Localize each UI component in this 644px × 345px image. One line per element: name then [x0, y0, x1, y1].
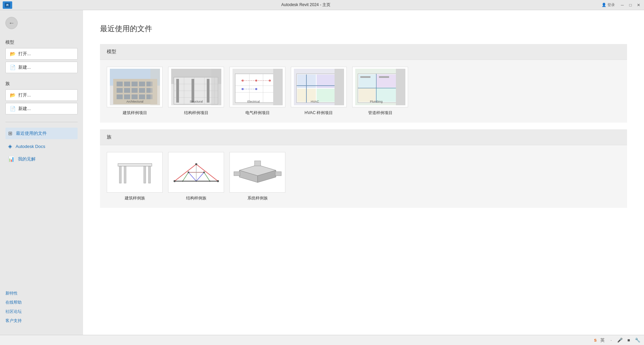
svg-rect-78 — [144, 166, 146, 183]
svg-point-91 — [195, 163, 197, 165]
svg-point-94 — [182, 180, 183, 182]
card-sys-family[interactable]: 系统样例族 — [229, 152, 285, 201]
elec-thumbnail-svg: Electrical — [233, 69, 283, 105]
svg-text:Structural: Structural — [189, 100, 203, 103]
support-link[interactable]: 客户支持 — [5, 317, 78, 325]
sidebar-item-recent[interactable]: ⊞ 最近使用的文件 — [5, 128, 78, 139]
svg-rect-103 — [255, 161, 261, 166]
app-logo: R — [3, 1, 12, 9]
sidebar-footer: 新特性 在线帮助 社区论坛 客户支持 — [5, 289, 78, 328]
svg-rect-71 — [396, 69, 405, 105]
taskbar-icon-4[interactable]: ■ — [626, 337, 632, 343]
family-section-label: 族 — [5, 81, 78, 87]
card-thumb-plumbing: Plumbing — [352, 67, 408, 107]
card-arch-family[interactable]: 建筑样例族 — [107, 152, 163, 201]
svg-rect-76 — [148, 166, 150, 183]
new-features-link[interactable]: 新特性 — [5, 289, 78, 297]
recent-label: 最近使用的文件 — [16, 130, 47, 136]
card-thumb-hvac: HVAC — [291, 67, 347, 107]
svg-rect-6 — [139, 82, 145, 86]
card-architectural[interactable]: Architectural 建筑样例项目 — [107, 67, 163, 116]
svg-rect-9 — [124, 88, 130, 93]
taskbar-icon-1[interactable]: 英 — [599, 337, 605, 343]
new-family-button[interactable]: 📄 新建... — [5, 103, 78, 114]
sidebar-divider — [5, 122, 78, 122]
card-label-hvac: HVAC 样例项目 — [305, 110, 333, 116]
svg-text:Electrical: Electrical — [247, 100, 260, 103]
open-model-button[interactable]: 📂 打开... — [5, 48, 78, 60]
back-icon: ← — [8, 20, 15, 27]
close-button[interactable]: ✕ — [636, 2, 641, 8]
minimize-button[interactable]: ─ — [620, 2, 625, 8]
new-model-button[interactable]: 📄 新建... — [5, 62, 78, 73]
titlebar: R Autodesk Revit 2024 - 主页 👤 登录 ─ □ ✕ — [0, 0, 644, 10]
svg-rect-101 — [234, 172, 240, 176]
svg-point-89 — [174, 180, 176, 182]
open-family-icon: 📂 — [10, 92, 16, 98]
struct-thumbnail-svg: Structural — [171, 69, 221, 105]
insights-label: 我的见解 — [18, 156, 36, 162]
hvac-thumbnail-svg: HVAC — [294, 69, 344, 105]
card-thumb-struct-family — [168, 152, 224, 193]
card-thumb-electrical: Electrical — [229, 67, 285, 107]
online-help-link[interactable]: 在线帮助 — [5, 299, 78, 306]
sidebar-item-docs[interactable]: ◈ Autodesk Docs — [5, 141, 78, 152]
card-label-architectural: 建筑样例项目 — [123, 110, 147, 116]
main-layout: ← 模型 📂 打开... 📄 新建... 族 📂 打开... 📄 新建... ⊞… — [0, 10, 644, 335]
back-button[interactable]: ← — [5, 17, 18, 29]
taskbar-icon-5[interactable]: 🔧 — [635, 337, 641, 343]
svg-rect-49 — [273, 69, 283, 105]
svg-rect-75 — [119, 166, 121, 183]
table-thumbnail-svg — [110, 154, 160, 191]
svg-point-93 — [203, 172, 205, 173]
svg-rect-5 — [132, 82, 138, 86]
new-family-icon: 📄 — [10, 106, 16, 111]
open-family-label: 打开... — [18, 92, 31, 98]
new-family-label: 新建... — [18, 106, 31, 112]
card-structural[interactable]: Structural 结构样例项目 — [168, 67, 224, 116]
community-link[interactable]: 社区论坛 — [5, 308, 78, 316]
truss-thumbnail-svg — [171, 154, 221, 191]
svg-rect-32 — [192, 79, 194, 103]
svg-rect-70 — [379, 76, 389, 78]
card-plumbing[interactable]: Plumbing 管道样例项目 — [352, 67, 408, 116]
taskbar-icon-2[interactable]: · — [608, 337, 614, 343]
taskbar-icon-3[interactable]: 🎤 — [617, 337, 623, 343]
plumb-thumbnail-svg: Plumbing — [355, 69, 405, 105]
open-model-icon: 📂 — [10, 51, 16, 57]
user-login[interactable]: 👤 登录 — [600, 2, 617, 8]
svg-rect-4 — [124, 82, 130, 86]
card-struct-family[interactable]: 结构样例族 — [168, 152, 224, 201]
content-area: 最近使用的文件 模型 — [83, 10, 644, 335]
svg-rect-69 — [360, 76, 370, 78]
card-label-struct-family: 结构样例族 — [186, 195, 206, 201]
titlebar-left: R — [3, 1, 12, 9]
svg-rect-8 — [117, 88, 123, 93]
card-thumb-arch-family — [107, 152, 163, 193]
svg-rect-3 — [117, 82, 123, 86]
sidebar: ← 模型 📂 打开... 📄 新建... 族 📂 打开... 📄 新建... ⊞… — [0, 10, 83, 335]
sidebar-item-insights[interactable]: 📊 我的见解 — [5, 153, 78, 165]
svg-rect-56 — [317, 89, 335, 102]
taskbar-lang[interactable]: S — [594, 338, 597, 342]
card-label-sys-family: 系统样例族 — [247, 195, 268, 201]
svg-rect-14 — [124, 94, 130, 99]
svg-rect-31 — [176, 79, 179, 103]
new-model-icon: 📄 — [10, 65, 16, 70]
insights-icon: 📊 — [8, 156, 15, 162]
open-family-button[interactable]: 📂 打开... — [5, 89, 78, 101]
svg-rect-10 — [132, 88, 138, 93]
duct-thumbnail-svg — [233, 154, 283, 191]
svg-point-95 — [196, 180, 197, 182]
card-hvac[interactable]: HVAC HVAC 样例项目 — [291, 67, 347, 116]
card-thumb-sys-family — [229, 152, 285, 193]
model-section-header: 模型 — [100, 44, 627, 60]
family-section-header: 族 — [100, 129, 627, 145]
card-thumb-structural: Structural — [168, 67, 224, 107]
svg-point-90 — [217, 180, 219, 182]
arch-thumbnail-svg: Architectural — [110, 69, 160, 105]
svg-text:Plumbing: Plumbing — [370, 100, 383, 103]
titlebar-controls: 👤 登录 ─ □ ✕ — [600, 2, 641, 8]
maximize-button[interactable]: □ — [628, 2, 633, 8]
card-electrical[interactable]: Electrical 电气样例项目 — [229, 67, 285, 116]
